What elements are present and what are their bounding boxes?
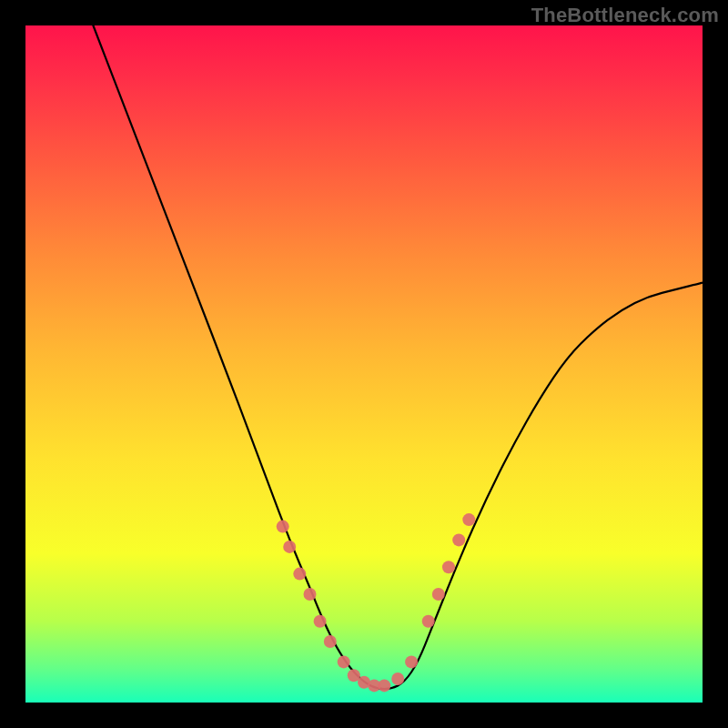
chart-svg <box>25 25 703 703</box>
marker-layer <box>277 513 476 692</box>
curve-marker <box>422 615 435 628</box>
curve-marker <box>452 533 465 546</box>
bottleneck-curve <box>93 25 703 689</box>
curve-marker <box>338 655 350 668</box>
curve-marker <box>462 513 475 526</box>
curve-marker <box>277 521 289 533</box>
curve-marker <box>304 588 317 601</box>
plot-frame <box>25 25 703 703</box>
curve-marker <box>432 588 445 601</box>
curve-marker <box>378 679 390 692</box>
curve-marker <box>405 655 418 668</box>
curve-marker <box>324 635 337 648</box>
curve-marker <box>391 672 404 685</box>
curve-marker <box>314 615 327 628</box>
watermark-text: TheBottleneck.com <box>531 4 719 27</box>
curve-marker <box>283 541 296 553</box>
curve-marker <box>442 561 455 573</box>
curve-marker <box>293 568 306 581</box>
